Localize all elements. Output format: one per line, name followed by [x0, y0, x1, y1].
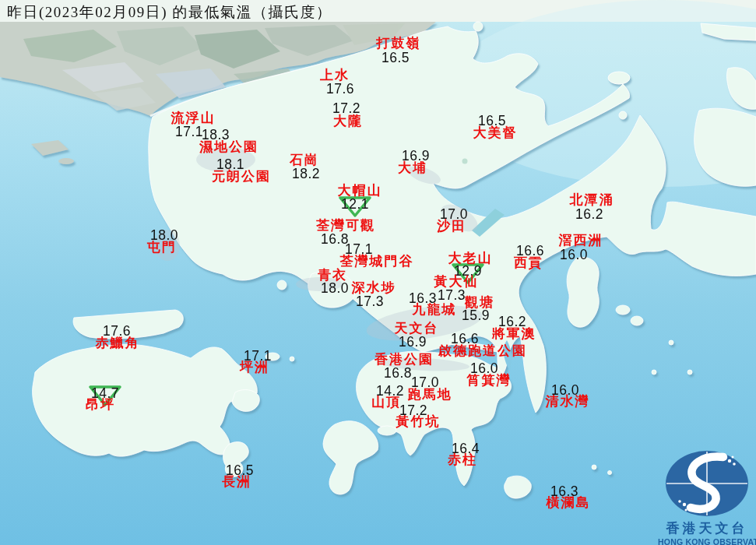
hko-logo-icon — [664, 450, 750, 519]
station-temperature: 16.4 — [452, 441, 480, 456]
station-temperature: 17.0 — [440, 206, 468, 222]
station-temperature: 17.1 — [345, 241, 373, 257]
station-temperature: 18.0 — [150, 227, 178, 243]
station-temperature: 18.3 — [202, 127, 230, 142]
station-name: 滘西洲 — [559, 233, 603, 248]
station-temperature: 17.1 — [244, 348, 272, 364]
station-temperature: 16.0 — [470, 360, 498, 376]
station-name: 打鼓嶺 — [377, 36, 421, 51]
hko-logo-english: HONG KONG OBSERVATORY — [658, 537, 756, 545]
station-temperature: 17.3 — [356, 294, 384, 309]
station-temperature: 17.3 — [438, 287, 466, 303]
station-name: 北潭涌 — [570, 192, 614, 207]
station-temperature: 15.9 — [462, 308, 490, 323]
station-temperature: 16.5 — [226, 462, 254, 478]
station-temperature: 16.6 — [516, 243, 544, 258]
station-temperature: 18.0 — [321, 280, 349, 296]
stations-layer: 打鼓嶺16.5上水17.6大隴17.2流浮山17.1濕地公園18.3元朗公園18… — [0, 0, 756, 545]
station-temperature: 17.6 — [326, 81, 354, 97]
station-temperature: 17.1 — [175, 124, 203, 139]
station-temperature: 16.3 — [550, 483, 578, 499]
station-temperature: 16.6 — [451, 331, 479, 346]
station-temperature: 17.2 — [332, 100, 360, 116]
station-temperature: 16.5 — [382, 50, 410, 65]
station-temperature: 14.7 — [91, 385, 119, 401]
station-temperature: 17.2 — [399, 403, 427, 418]
hko-logo: 香港天文台 HONG KONG OBSERVATORY — [658, 450, 756, 543]
hko-min-temp-map-page: 昨日(2023年02月09日) 的最低氣溫（攝氏度） 打鼓嶺16.5上水17.6… — [0, 0, 756, 545]
station-temperature: 17.6 — [103, 323, 131, 339]
station-temperature: 16.0 — [560, 247, 588, 262]
station-temperature: 16.2 — [498, 314, 526, 329]
station-temperature: 16.9 — [399, 334, 427, 350]
station-temperature: 14.2 — [376, 383, 404, 399]
station-temperature: 16.5 — [478, 113, 506, 128]
station-temperature: 16.8 — [384, 365, 412, 381]
station-temperature: 16.0 — [551, 382, 579, 398]
station-temperature: 12.1 — [341, 196, 369, 212]
hko-logo-chinese: 香港天文台 — [658, 519, 756, 537]
station-temperature: 18.2 — [292, 166, 320, 181]
station-temperature: 16.9 — [402, 148, 430, 164]
station-temperature: 18.1 — [216, 156, 244, 172]
station-temperature: 16.2 — [575, 206, 603, 222]
station-temperature: 17.0 — [411, 374, 439, 390]
station-temperature: 16.3 — [409, 290, 437, 306]
